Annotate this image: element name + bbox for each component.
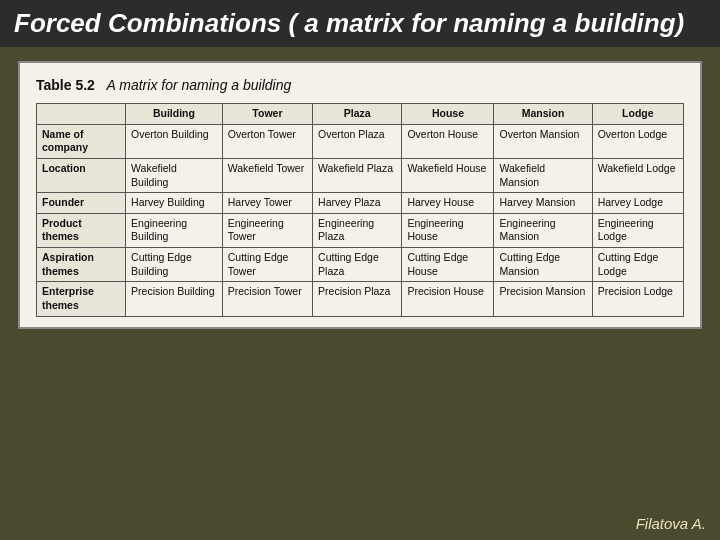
col-header-house: House	[402, 104, 494, 125]
table-cell: Cutting Edge Lodge	[592, 248, 683, 282]
table-cell: Engineering Mansion	[494, 213, 592, 247]
table-number: Table 5.2	[36, 77, 95, 93]
row-header: Aspiration themes	[37, 248, 126, 282]
table-cell: Precision Mansion	[494, 282, 592, 316]
row-header: Name of company	[37, 124, 126, 158]
table-cell: Wakefield House	[402, 158, 494, 192]
table-cell: Cutting Edge Building	[126, 248, 223, 282]
matrix-table: Building Tower Plaza House Mansion Lodge…	[36, 103, 684, 317]
table-cell: Precision Building	[126, 282, 223, 316]
table-cell: Precision Tower	[222, 282, 312, 316]
table-cell: Overton Building	[126, 124, 223, 158]
row-header: Product themes	[37, 213, 126, 247]
col-header-empty	[37, 104, 126, 125]
table-cell: Cutting Edge Mansion	[494, 248, 592, 282]
table-cell: Overton Tower	[222, 124, 312, 158]
table-cell: Wakefield Lodge	[592, 158, 683, 192]
table-cell: Engineering Plaza	[313, 213, 402, 247]
table-row: Enterprise themesPrecision BuildingPreci…	[37, 282, 684, 316]
row-header: Location	[37, 158, 126, 192]
table-cell: Overton Mansion	[494, 124, 592, 158]
row-header: Enterprise themes	[37, 282, 126, 316]
table-cell: Precision Lodge	[592, 282, 683, 316]
col-header-building: Building	[126, 104, 223, 125]
table-cell: Harvey Plaza	[313, 193, 402, 214]
footer-credit: Filatova A.	[636, 515, 706, 532]
table-row: Aspiration themesCutting Edge BuildingCu…	[37, 248, 684, 282]
table-cell: Wakefield Building	[126, 158, 223, 192]
table-cell: Precision Plaza	[313, 282, 402, 316]
table-cell: Harvey Building	[126, 193, 223, 214]
table-cell: Overton House	[402, 124, 494, 158]
table-row: FounderHarvey BuildingHarvey TowerHarvey…	[37, 193, 684, 214]
table-cell: Engineering Lodge	[592, 213, 683, 247]
col-header-mansion: Mansion	[494, 104, 592, 125]
table-cell: Overton Lodge	[592, 124, 683, 158]
main-content: Table 5.2 A matrix for naming a building…	[18, 61, 702, 329]
table-cell: Cutting Edge Plaza	[313, 248, 402, 282]
col-header-tower: Tower	[222, 104, 312, 125]
table-cell: Cutting Edge House	[402, 248, 494, 282]
page-title: Forced Combinations ( a matrix for namin…	[0, 0, 720, 47]
table-description: A matrix for naming a building	[107, 77, 292, 93]
table-cell: Engineering House	[402, 213, 494, 247]
table-cell: Overton Plaza	[313, 124, 402, 158]
table-cell: Harvey Mansion	[494, 193, 592, 214]
table-cell: Harvey House	[402, 193, 494, 214]
table-cell: Engineering Building	[126, 213, 223, 247]
col-header-lodge: Lodge	[592, 104, 683, 125]
table-cell: Harvey Lodge	[592, 193, 683, 214]
table-row: Name of companyOverton BuildingOverton T…	[37, 124, 684, 158]
table-cell: Wakefield Tower	[222, 158, 312, 192]
table-cell: Engineering Tower	[222, 213, 312, 247]
table-header-row: Building Tower Plaza House Mansion Lodge	[37, 104, 684, 125]
row-header: Founder	[37, 193, 126, 214]
table-row: LocationWakefield BuildingWakefield Towe…	[37, 158, 684, 192]
table-body: Name of companyOverton BuildingOverton T…	[37, 124, 684, 316]
table-cell: Wakefield Mansion	[494, 158, 592, 192]
table-cell: Harvey Tower	[222, 193, 312, 214]
table-cell: Cutting Edge Tower	[222, 248, 312, 282]
table-cell: Wakefield Plaza	[313, 158, 402, 192]
table-title: Table 5.2 A matrix for naming a building	[36, 77, 684, 93]
table-row: Product themesEngineering BuildingEngine…	[37, 213, 684, 247]
col-header-plaza: Plaza	[313, 104, 402, 125]
table-cell: Precision House	[402, 282, 494, 316]
